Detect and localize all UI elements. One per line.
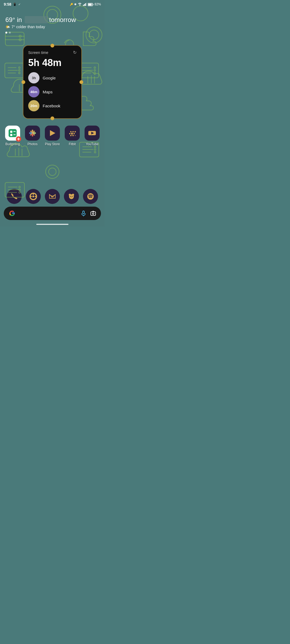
dot-active	[5, 32, 7, 34]
svg-point-85	[72, 194, 74, 196]
app-usage-row-facebook: 20m Facebook	[28, 100, 77, 111]
svg-rect-50	[83, 5, 84, 6]
svg-point-75	[75, 135, 76, 136]
weather-icon: 🌤️	[5, 25, 10, 29]
maps-label: Maps	[43, 90, 53, 94]
facebook-circle: 20m	[28, 100, 39, 111]
svg-rect-5	[5, 32, 24, 46]
svg-point-87	[72, 196, 73, 197]
dock-row: M	[0, 187, 105, 206]
svg-point-3	[86, 27, 102, 43]
app-photos[interactable]: Photos	[23, 126, 42, 146]
wifi-icon	[78, 3, 82, 6]
app-fitbit[interactable]: Fitbit	[63, 126, 81, 146]
youtube-label: YouTube	[86, 142, 98, 146]
google-label: Google	[43, 76, 56, 80]
dock-gmail[interactable]: M	[45, 189, 60, 204]
wallpaper: 9:58 📱 ✓ 🔑 ✱	[0, 0, 105, 226]
fitbit-label: Fitbit	[69, 142, 76, 146]
screen-time-total: 5h 48m	[28, 57, 77, 68]
google-circle: 3h	[28, 72, 39, 83]
refresh-icon[interactable]: ↻	[73, 50, 77, 55]
dock-spotify[interactable]	[83, 189, 98, 204]
svg-point-39	[94, 151, 96, 153]
svg-rect-56	[88, 3, 92, 5]
resize-handle-bottom[interactable]	[50, 116, 54, 120]
chrome-icon	[26, 189, 41, 204]
resize-handle-top[interactable]	[50, 44, 54, 47]
svg-rect-23	[79, 63, 99, 78]
status-bar: 9:58 📱 ✓ 🔑 ✱	[0, 0, 105, 8]
bear-icon	[64, 189, 79, 204]
svg-text:M: M	[51, 195, 53, 198]
dock-chrome[interactable]	[26, 189, 41, 204]
dot-inactive	[9, 32, 11, 34]
play-store-icon	[45, 126, 60, 141]
svg-rect-91	[83, 211, 84, 214]
spotify-icon	[83, 189, 98, 204]
svg-point-8	[19, 35, 21, 37]
facebook-label: Facebook	[43, 104, 60, 108]
svg-rect-55	[93, 4, 93, 5]
svg-point-81	[32, 196, 34, 197]
svg-point-41	[49, 168, 56, 175]
svg-rect-93	[91, 212, 96, 215]
svg-point-69	[75, 131, 76, 133]
svg-rect-16	[5, 63, 24, 78]
photos-icon	[25, 126, 40, 141]
battery-display: 82%	[88, 2, 101, 6]
status-left: 9:58 📱 ✓	[4, 2, 21, 6]
mic-icon[interactable]	[81, 210, 86, 216]
weather-subtitle: 🌤️ 7° colder than today	[5, 25, 76, 29]
photos-label: Photos	[27, 142, 37, 146]
bluetooth-icon: ✱	[74, 3, 77, 6]
svg-point-20	[19, 67, 20, 68]
svg-point-27	[94, 67, 96, 68]
status-right: 🔑 ✱ 82%	[70, 2, 101, 6]
google-g-logo	[9, 210, 16, 217]
svg-point-68	[73, 131, 74, 133]
key-icon: 🔑	[70, 3, 73, 6]
time-display: 9:58	[4, 2, 11, 6]
app-play-store[interactable]: Play Store	[43, 126, 61, 146]
svg-point-74	[73, 135, 74, 136]
svg-point-21	[19, 69, 20, 71]
check-icon: ✓	[18, 3, 21, 6]
app-budgeting[interactable]: Budgeting	[3, 126, 22, 146]
svg-point-4	[89, 30, 99, 40]
home-indicator[interactable]	[36, 224, 68, 225]
voicemail-icon: 📱	[13, 3, 17, 6]
svg-point-22	[19, 72, 20, 74]
svg-point-9	[19, 39, 21, 41]
svg-point-29	[94, 72, 96, 74]
resize-handle-left[interactable]	[21, 80, 25, 84]
svg-point-86	[70, 196, 71, 197]
dock-bear[interactable]	[64, 189, 79, 204]
weather-forecast: tomorrow	[49, 16, 76, 23]
svg-rect-60	[10, 134, 12, 136]
signal-icon	[83, 3, 87, 6]
svg-point-72	[74, 133, 75, 134]
svg-point-37	[94, 146, 96, 148]
svg-rect-95	[92, 211, 94, 212]
svg-rect-51	[84, 4, 85, 6]
svg-point-67	[70, 131, 72, 133]
app-row-1: Budgeting Photos	[0, 126, 105, 146]
search-bar[interactable]	[4, 207, 101, 220]
svg-point-70	[69, 133, 71, 134]
weather-temp-line: 69° in tomorrow	[5, 16, 76, 24]
screen-time-widget[interactable]: Screen time ↻ 5h 48m 3h Google 46m Maps …	[23, 45, 82, 119]
budgeting-label: Budgeting	[5, 142, 20, 146]
app-youtube[interactable]: YouTube	[83, 126, 101, 146]
weather-temp: 69° in	[5, 16, 22, 23]
fitbit-icon	[65, 126, 80, 141]
resize-handle-right[interactable]	[79, 80, 83, 84]
svg-rect-57	[9, 129, 17, 137]
svg-point-88	[71, 197, 72, 198]
svg-rect-53	[86, 3, 87, 6]
dock-phone[interactable]	[7, 189, 22, 204]
svg-point-94	[92, 213, 94, 214]
screenshot-icon[interactable]	[90, 210, 96, 216]
weather-widget[interactable]: 69° in tomorrow 🌤️ 7° colder than today	[5, 16, 76, 34]
weather-location	[25, 16, 48, 23]
